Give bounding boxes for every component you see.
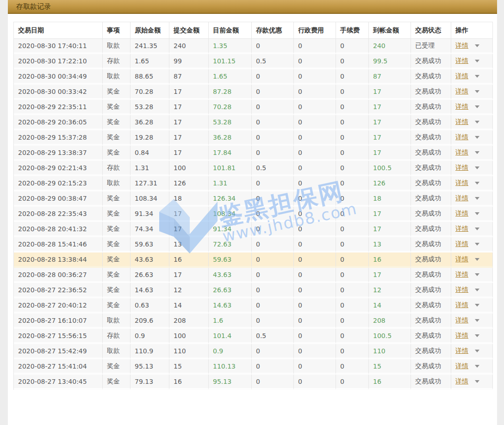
- caret-down-icon[interactable]: [475, 212, 479, 215]
- cell-item: 取款: [103, 69, 131, 85]
- caret-down-icon[interactable]: [475, 289, 479, 291]
- caret-down-icon[interactable]: [475, 60, 479, 62]
- cell-deposit-bonus: 0: [252, 283, 294, 298]
- cell-action: 详情: [451, 375, 493, 390]
- cell-handling-fee: 0: [336, 207, 369, 222]
- cell-received-amount: 240: [369, 39, 411, 54]
- detail-link[interactable]: 详情: [455, 377, 468, 385]
- cell-admin-fee: 0: [294, 176, 336, 191]
- cell-item: 取款: [103, 344, 131, 359]
- caret-down-icon[interactable]: [475, 197, 479, 200]
- cell-item: 奖金: [103, 100, 131, 115]
- cell-action: 详情: [451, 344, 493, 359]
- caret-down-icon[interactable]: [475, 304, 479, 307]
- caret-down-icon[interactable]: [475, 319, 479, 322]
- cell-date: 2020-08-30 00:33:42: [14, 85, 103, 100]
- col-header-received: 到帐金额: [369, 22, 411, 39]
- cell-handling-fee: 0: [336, 176, 369, 191]
- cell-deposit-bonus: 0: [252, 115, 294, 130]
- cell-handling-fee: 0: [336, 191, 369, 207]
- cell-deposit-bonus: 0: [252, 85, 294, 100]
- cell-action: 详情: [451, 314, 493, 329]
- cell-item: 奖金: [103, 268, 131, 283]
- detail-link[interactable]: 详情: [455, 225, 468, 232]
- caret-down-icon[interactable]: [475, 166, 479, 169]
- caret-down-icon[interactable]: [475, 228, 479, 230]
- detail-link[interactable]: 详情: [455, 194, 468, 202]
- cell-handling-fee: 0: [336, 329, 369, 344]
- caret-down-icon[interactable]: [475, 90, 479, 93]
- detail-link[interactable]: 详情: [455, 72, 468, 80]
- detail-link[interactable]: 详情: [455, 362, 468, 370]
- detail-link[interactable]: 详情: [455, 42, 468, 49]
- cell-handling-fee: 0: [336, 85, 369, 100]
- caret-down-icon[interactable]: [475, 365, 479, 368]
- cell-status: 交易成功: [411, 375, 451, 390]
- cell-submitted-amount: 17: [169, 222, 209, 237]
- cell-current-amount: 70.28: [209, 100, 252, 115]
- detail-link[interactable]: 详情: [455, 347, 468, 354]
- detail-link[interactable]: 详情: [455, 103, 468, 110]
- cell-date: 2020-08-27 15:56:15: [14, 329, 103, 344]
- cell-action: 详情: [451, 39, 493, 54]
- cell-status: 交易成功: [411, 161, 451, 176]
- caret-down-icon[interactable]: [475, 75, 479, 78]
- caret-down-icon[interactable]: [475, 273, 479, 276]
- detail-link[interactable]: 详情: [455, 148, 468, 156]
- detail-link[interactable]: 详情: [455, 271, 468, 278]
- caret-down-icon[interactable]: [475, 136, 479, 139]
- cell-original-amount: 1.31: [131, 161, 169, 176]
- caret-down-icon[interactable]: [475, 258, 479, 261]
- cell-submitted-amount: 87: [169, 69, 209, 85]
- cell-submitted-amount: 110: [169, 344, 209, 359]
- detail-link[interactable]: 详情: [455, 87, 468, 95]
- cell-received-amount: 100.5: [369, 161, 411, 176]
- cell-received-amount: 17: [369, 207, 411, 222]
- cell-original-amount: 79.13: [131, 375, 169, 390]
- detail-link[interactable]: 详情: [455, 286, 468, 293]
- cell-original-amount: 0.9: [131, 329, 169, 344]
- cell-deposit-bonus: 0.5: [252, 54, 294, 69]
- detail-link[interactable]: 详情: [455, 240, 468, 247]
- caret-down-icon[interactable]: [475, 121, 479, 123]
- cell-current-amount: 36.28: [209, 130, 252, 146]
- cell-status: 交易成功: [411, 207, 451, 222]
- cell-current-amount: 110.13: [209, 359, 252, 375]
- cell-received-amount: 17: [369, 100, 411, 115]
- cell-action: 详情: [451, 130, 493, 146]
- detail-link[interactable]: 详情: [455, 133, 468, 141]
- cell-date: 2020-08-27 22:36:52: [14, 283, 103, 298]
- caret-down-icon[interactable]: [475, 243, 479, 246]
- cell-item: 奖金: [103, 359, 131, 375]
- table-row: 2020-08-27 16:10:07 取款 209.6 208 1.6 0 0…: [14, 314, 493, 329]
- caret-down-icon[interactable]: [475, 380, 479, 383]
- detail-link[interactable]: 详情: [455, 255, 468, 263]
- detail-link[interactable]: 详情: [455, 332, 468, 339]
- panel-titlebar: 存取款记录: [8, 0, 497, 14]
- cell-current-amount: 59.63: [209, 253, 252, 268]
- cell-received-amount: 17: [369, 268, 411, 283]
- cell-current-amount: 108.34: [209, 207, 252, 222]
- cell-original-amount: 14.63: [131, 283, 169, 298]
- caret-down-icon[interactable]: [475, 44, 479, 47]
- caret-down-icon[interactable]: [475, 105, 479, 108]
- cell-handling-fee: 0: [336, 375, 369, 390]
- cell-date: 2020-08-29 00:38:47: [14, 191, 103, 207]
- cell-submitted-amount: 16: [169, 253, 209, 268]
- cell-action: 详情: [451, 359, 493, 375]
- detail-link[interactable]: 详情: [455, 316, 468, 324]
- detail-link[interactable]: 详情: [455, 209, 468, 217]
- detail-link[interactable]: 详情: [455, 164, 468, 171]
- caret-down-icon[interactable]: [475, 182, 479, 185]
- detail-link[interactable]: 详情: [455, 118, 468, 125]
- detail-link[interactable]: 详情: [455, 301, 468, 308]
- cell-item: 取款: [103, 39, 131, 54]
- caret-down-icon[interactable]: [475, 350, 479, 352]
- detail-link[interactable]: 详情: [455, 179, 468, 186]
- caret-down-icon[interactable]: [475, 151, 479, 154]
- cell-status: 交易成功: [411, 253, 451, 268]
- cell-date: 2020-08-28 13:38:44: [14, 253, 103, 268]
- cell-action: 详情: [451, 329, 493, 344]
- caret-down-icon[interactable]: [475, 334, 479, 337]
- detail-link[interactable]: 详情: [455, 57, 468, 64]
